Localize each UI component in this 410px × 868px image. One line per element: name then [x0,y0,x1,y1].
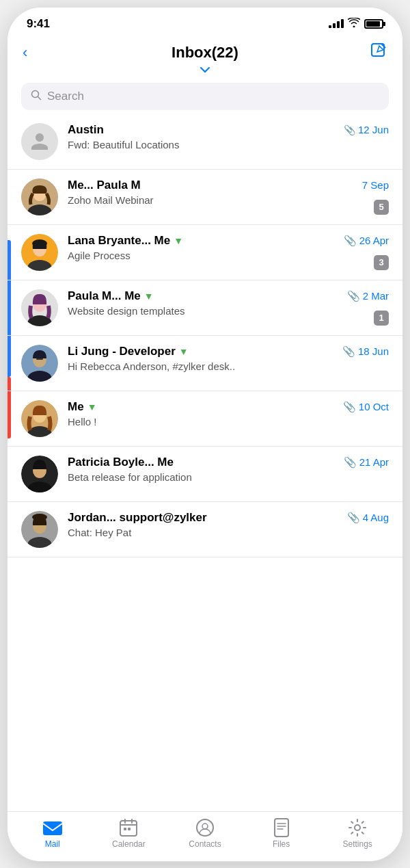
nav-mail-label: Mail [45,839,60,849]
email-item[interactable]: Paula M... Me ▼ 📎 2 Mar Website design t… [8,280,402,336]
email-sender: Austin [68,123,104,137]
email-content: Patricia Boyle... Me 📎 21 Apr Beta relea… [68,456,389,483]
calendar-icon [118,819,139,837]
email-content: Paula M... Me ▼ 📎 2 Mar Website design t… [68,289,389,317]
search-icon [31,90,42,103]
avatar [21,179,58,215]
signal-bars-icon [329,19,344,28]
wifi-icon [348,18,360,29]
avatar [21,123,58,160]
email-item[interactable]: Jordan... support@zylker 📎 4 Aug Chat: H… [8,502,402,557]
email-content: Me... Paula M 7 Sep Zoho Mail Webinar [68,179,389,206]
nav-calendar[interactable]: Calendar [91,819,167,849]
avatar [21,511,58,548]
header-chevron[interactable] [8,64,402,77]
email-item[interactable]: Lana Bryante... Me ▼ 📎 26 Apr Agile Proc… [8,225,402,280]
flag-icon: ▼ [144,291,154,302]
flag-icon: ▼ [174,235,183,246]
nav-contacts[interactable]: Contacts [167,819,243,849]
email-date: 📎 21 Apr [344,456,389,469]
email-sender: Me... Paula M [68,179,141,192]
email-content: Austin 📎 12 Jun Fwd: Beautiful Locations [68,123,389,150]
clip-icon: 📎 [344,124,355,135]
email-list: Austin 📎 12 Jun Fwd: Beautiful Locations [8,114,402,759]
email-date: 📎 26 Apr [344,235,389,247]
email-sender: Paula M... Me ▼ [68,289,154,303]
svg-point-25 [32,514,47,521]
phone-frame: 9:41 ‹ Inbox(22) [7,7,403,862]
avatar [21,289,58,326]
clip-icon: 📎 [347,290,360,302]
clip-icon: 📎 [342,345,355,358]
search-bar[interactable]: Search [21,83,389,110]
nav-calendar-label: Calendar [112,839,146,849]
svg-rect-28 [124,828,126,830]
inbox-title: Inbox(22) [172,44,238,62]
clip-icon: 📎 [343,401,356,413]
email-subject: Fwd: Beautiful Locations [68,139,389,150]
back-button[interactable]: ‹ [23,44,50,62]
email-badge: 5 [374,200,389,215]
avatar [21,400,58,437]
header: ‹ Inbox(22) [8,36,402,64]
clip-icon: 📎 [347,512,360,524]
email-subject: Hi Rebecca Anderson, #zylker desk.. [68,360,389,372]
email-subject: Beta release for application [68,471,389,483]
battery-icon [364,19,383,29]
status-time: 9:41 [27,17,50,31]
email-item[interactable]: Me ▼ 📎 10 Oct Hello ! [8,391,402,447]
email-sender: Lana Bryante... Me ▼ [68,234,183,248]
email-sender: Me ▼ [68,400,96,414]
svg-point-31 [202,824,208,829]
email-item[interactable]: Me... Paula M 7 Sep Zoho Mail Webinar 5 [8,170,402,225]
status-bar: 9:41 [8,8,402,36]
email-badge: 1 [374,311,389,326]
email-date: 7 Sep [362,179,389,191]
nav-settings-label: Settings [342,839,372,849]
flag-icon: ▼ [179,346,189,357]
email-subject: Hello ! [68,416,389,428]
email-subject: Agile Process [68,250,389,261]
email-sender: Jordan... support@zylker [68,511,207,525]
nav-settings[interactable]: Settings [319,819,396,849]
email-sender: Patricia Boyle... Me [68,456,174,469]
email-date: 📎 4 Aug [347,512,389,524]
mail-icon [42,819,63,837]
email-date: 📎 2 Mar [347,290,389,302]
avatar [21,345,58,382]
email-date: 📎 10 Oct [343,401,389,413]
email-item[interactable]: Patricia Boyle... Me 📎 21 Apr Beta relea… [8,447,402,502]
files-icon [271,819,292,837]
email-badge: 3 [374,255,389,270]
nav-files[interactable]: Files [243,819,320,849]
nav-mail[interactable]: Mail [14,819,91,849]
email-date: 📎 12 Jun [344,124,389,135]
svg-rect-32 [275,819,288,837]
email-content: Lana Bryante... Me ▼ 📎 26 Apr Agile Proc… [68,234,389,261]
avatar [21,234,58,271]
svg-rect-29 [128,828,131,830]
svg-rect-15 [36,358,43,360]
email-item[interactable]: Austin 📎 12 Jun Fwd: Beautiful Locations [8,114,402,170]
bottom-nav: Mail Calendar [8,811,402,861]
status-icons [329,18,383,29]
email-subject: Chat: Hey Pat [68,527,389,538]
settings-icon [347,819,368,837]
email-item[interactable]: Li Jung - Developer ▼ 📎 18 Jun Hi Rebecc… [8,336,402,391]
avatar [21,456,58,492]
flag-icon: ▼ [87,402,97,412]
email-content: Jordan... support@zylker 📎 4 Aug Chat: H… [68,511,389,538]
nav-files-label: Files [273,839,290,849]
svg-point-33 [355,825,360,830]
email-subject: Website design templates [68,305,389,317]
nav-contacts-label: Contacts [189,839,221,849]
email-content: Li Jung - Developer ▼ 📎 18 Jun Hi Rebecc… [68,345,389,372]
clip-icon: 📎 [344,235,357,247]
search-placeholder: Search [47,90,84,103]
svg-point-8 [32,239,47,248]
email-subject: Zoho Mail Webinar [68,194,389,206]
clip-icon: 📎 [344,456,357,469]
compose-button[interactable] [360,42,387,64]
email-date: 📎 18 Jun [342,345,389,358]
email-content: Me ▼ 📎 10 Oct Hello ! [68,400,389,428]
